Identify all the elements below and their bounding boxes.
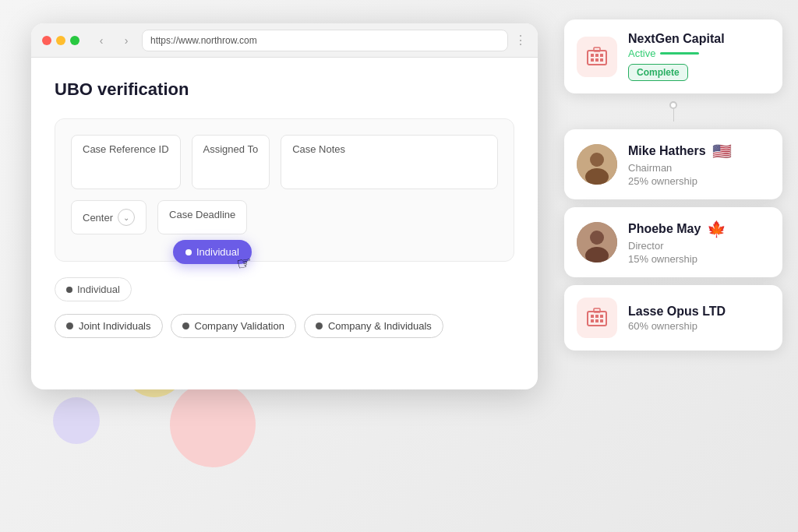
nextgen-name: NextGen Capital xyxy=(628,32,770,46)
url-bar[interactable]: https://www.northrow.com xyxy=(142,30,508,51)
svg-rect-17 xyxy=(600,315,603,318)
nextgen-avatar xyxy=(577,37,617,77)
form-row-1: Case Reference ID Assigned To Case Notes xyxy=(71,135,498,189)
svg-rect-1 xyxy=(591,54,594,57)
close-button[interactable] xyxy=(42,36,51,45)
svg-point-12 xyxy=(590,231,604,245)
decorative-circle-lavender xyxy=(53,397,100,444)
case-reference-field[interactable]: Case Reference ID xyxy=(71,135,181,189)
mike-avatar xyxy=(577,144,617,185)
case-notes-field[interactable]: Case Notes xyxy=(281,135,498,189)
phoebe-info: Phoebe May 🍁 Director 15% ownership xyxy=(628,220,770,265)
svg-rect-5 xyxy=(595,58,598,62)
forward-button[interactable]: › xyxy=(117,31,136,50)
case-reference-label: Case Reference ID xyxy=(83,143,169,155)
cursor-hand-icon: ☞ xyxy=(235,252,254,274)
svg-rect-16 xyxy=(595,315,598,318)
nextgen-status: Active xyxy=(628,48,770,59)
tooltip-label: Individual xyxy=(196,246,239,258)
minimize-button[interactable] xyxy=(56,36,65,45)
url-text: https://www.northrow.com xyxy=(150,35,257,46)
back-button[interactable]: ‹ xyxy=(92,31,111,50)
svg-rect-6 xyxy=(600,58,603,62)
company-individuals-label: Company & Individuals xyxy=(328,320,432,332)
tag-dot-joint xyxy=(66,322,73,329)
company-validation-label: Company Validation xyxy=(195,320,284,332)
browser-window: ‹ › https://www.northrow.com ⋮ UBO verif… xyxy=(31,23,538,389)
mike-flag: 🇺🇸 xyxy=(712,142,732,160)
active-line xyxy=(660,52,699,55)
page-title: UBO verification xyxy=(55,79,514,100)
complete-badge: Complete xyxy=(628,64,688,81)
cards-panel: NextGen Capital Active Complete xyxy=(564,19,782,351)
nextgen-capital-card: NextGen Capital Active Complete xyxy=(564,19,782,93)
browser-content: UBO verification Case Reference ID Assig… xyxy=(31,58,538,354)
selector-row: Individual xyxy=(55,277,514,301)
browser-toolbar: ‹ › https://www.northrow.com ⋮ xyxy=(31,23,538,58)
individual-pill[interactable]: Individual xyxy=(55,277,132,301)
assigned-to-label: Assigned To xyxy=(203,143,259,155)
phoebe-ownership: 15% ownership xyxy=(628,253,770,265)
case-deadline-field[interactable]: Case Deadline xyxy=(157,200,247,234)
svg-rect-7 xyxy=(594,48,600,51)
mike-info: Mike Hathers 🇺🇸 Chairman 25% ownership xyxy=(628,142,770,187)
phoebe-may-card: Phoebe May 🍁 Director 15% ownership xyxy=(564,207,782,277)
svg-rect-15 xyxy=(591,315,594,318)
lasse-name: Lasse Opus LTD xyxy=(628,305,770,319)
svg-rect-3 xyxy=(600,54,603,57)
tag-dot-company-individuals xyxy=(316,322,323,329)
lasse-ownership: 60% ownership xyxy=(628,320,770,332)
connector-dot xyxy=(669,101,677,109)
joint-individuals-tag[interactable]: Joint Individuals xyxy=(55,314,163,338)
pill-dot-individual xyxy=(66,287,72,293)
dropdown-arrow-icon: ⌄ xyxy=(118,209,135,226)
form-area: Case Reference ID Assigned To Case Notes… xyxy=(55,118,514,262)
svg-rect-4 xyxy=(591,58,594,62)
lasse-info: Lasse Opus LTD 60% ownership xyxy=(628,305,770,332)
form-row-2: Center ⌄ Case Deadline xyxy=(71,200,498,234)
mike-ownership: 25% ownership xyxy=(628,175,770,187)
nextgen-info: NextGen Capital Active Complete xyxy=(628,32,770,81)
decorative-circle-pink xyxy=(170,382,256,467)
connector-group xyxy=(564,101,782,122)
svg-rect-18 xyxy=(591,319,594,322)
tags-row: Joint Individuals Company Validation Com… xyxy=(55,314,514,338)
assigned-to-field[interactable]: Assigned To xyxy=(192,135,270,189)
phoebe-role: Director xyxy=(628,240,770,252)
connector-line xyxy=(673,109,674,122)
lasse-opus-card: Lasse Opus LTD 60% ownership xyxy=(564,285,782,351)
company-validation-tag[interactable]: Company Validation xyxy=(171,314,296,338)
svg-point-10 xyxy=(585,168,609,185)
case-notes-label: Case Notes xyxy=(292,143,345,155)
phoebe-name: Phoebe May xyxy=(628,222,701,236)
svg-rect-14 xyxy=(588,312,606,326)
center-dropdown[interactable]: Center ⌄ xyxy=(71,200,147,234)
svg-rect-20 xyxy=(600,319,603,322)
browser-menu-icon[interactable]: ⋮ xyxy=(514,33,527,48)
individual-pill-label: Individual xyxy=(77,284,120,295)
svg-rect-0 xyxy=(588,51,606,65)
phoebe-flag: 🍁 xyxy=(707,220,726,238)
svg-rect-19 xyxy=(595,319,598,322)
svg-point-9 xyxy=(590,153,604,167)
lasse-avatar xyxy=(577,298,617,338)
mike-hathers-card: Mike Hathers 🇺🇸 Chairman 25% ownership xyxy=(564,129,782,199)
mike-name: Mike Hathers xyxy=(628,144,706,158)
tag-dot-company-validation xyxy=(182,322,189,329)
mike-role: Chairman xyxy=(628,162,770,174)
joint-individuals-label: Joint Individuals xyxy=(79,320,151,332)
center-label: Center xyxy=(83,212,113,224)
nextgen-status-label: Active xyxy=(628,48,655,59)
maximize-button[interactable] xyxy=(70,36,79,45)
phoebe-avatar xyxy=(577,222,617,262)
scene: ‹ › https://www.northrow.com ⋮ UBO verif… xyxy=(0,0,798,532)
svg-rect-2 xyxy=(595,54,598,57)
company-individuals-tag[interactable]: Company & Individuals xyxy=(304,314,443,338)
traffic-lights xyxy=(42,36,79,45)
svg-rect-21 xyxy=(594,308,600,312)
tooltip-dot xyxy=(185,249,192,255)
case-deadline-label: Case Deadline xyxy=(169,209,235,220)
